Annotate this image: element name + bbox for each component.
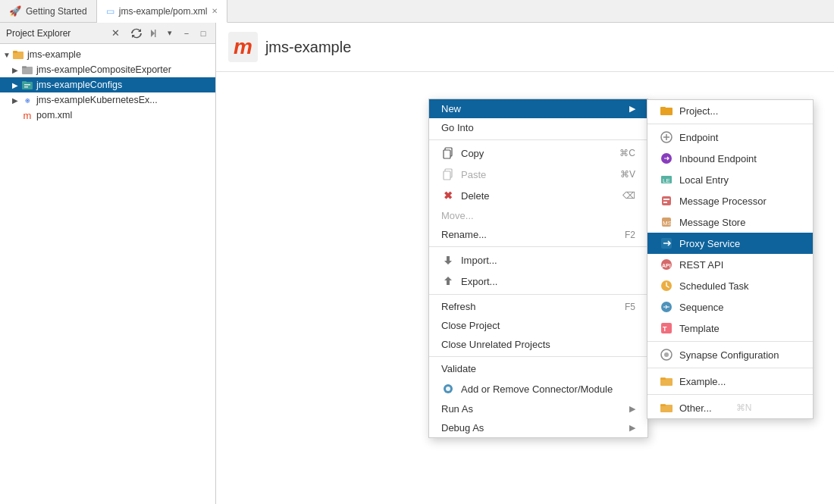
svg-rect-34 <box>660 404 666 406</box>
tree-arrow: ▶ <box>12 66 21 74</box>
submenu-item-msgstore[interactable]: MS Message Store <box>647 211 813 233</box>
msgstore-icon: MS <box>660 215 673 229</box>
svg-rect-8 <box>24 86 28 88</box>
tab-getting-started[interactable]: 🚀 Getting Started <box>0 0 97 22</box>
project-icon <box>12 49 24 61</box>
configs-icon <box>21 79 33 91</box>
sync-icon[interactable] <box>130 27 143 39</box>
svg-text:MS: MS <box>663 220 672 227</box>
project-explorer-panel: Project Explorer ✕ ▾ − □ ▼ <box>0 23 216 504</box>
menu-item-run-as[interactable]: Run As ▶ <box>429 399 647 418</box>
svg-point-26 <box>661 302 672 312</box>
submenu-item-template[interactable]: T Template <box>647 318 813 339</box>
submenu-item-proxy[interactable]: Proxy Service <box>647 233 813 254</box>
minimize-icon[interactable]: − <box>180 27 193 39</box>
sep <box>647 341 813 342</box>
sep <box>647 124 813 124</box>
submenu-item-project[interactable]: Project... <box>647 100 813 121</box>
project-tree: ▼ jms-example ▶ jms-ex <box>0 44 215 504</box>
submenu-item-sequence[interactable]: Sequence <box>647 296 813 318</box>
svg-rect-18 <box>663 199 669 200</box>
delete-shortcut: ⌫ <box>622 190 635 201</box>
move-label: Move... <box>441 210 635 221</box>
add-connector-label: Add or Remove Connector/Module <box>461 383 635 395</box>
copy-icon <box>441 146 455 160</box>
rest-icon: API <box>660 258 673 271</box>
pom-icon: m <box>21 109 33 121</box>
menu-item-add-connector[interactable]: Add or Remove Connector/Module <box>429 378 647 399</box>
svg-rect-0 <box>155 30 156 37</box>
panel-header: Project Explorer ✕ ▾ − □ <box>0 23 215 44</box>
tree-item-composite[interactable]: ▶ jms-exampleCompositeExporter <box>0 62 215 77</box>
submenu-label-local: Local Entry <box>679 174 729 186</box>
chevron-down-icon[interactable]: ▾ <box>164 27 176 39</box>
submenu-item-inbound[interactable]: Inbound Endpoint <box>647 148 813 169</box>
menu-item-refresh[interactable]: Refresh F5 <box>429 297 647 316</box>
menu-item-go-into[interactable]: Go Into <box>429 118 647 137</box>
submenu-item-rest[interactable]: API REST API <box>647 254 813 275</box>
tree-label-configs: jms-exampleConfigs <box>36 80 122 90</box>
menu-item-move[interactable]: Move... <box>429 206 647 225</box>
svg-rect-19 <box>663 202 667 203</box>
tree-item-pom[interactable]: m pom.xml <box>0 108 215 123</box>
submenu-item-example[interactable]: Example... <box>647 371 813 392</box>
synapse-icon <box>660 348 673 362</box>
right-area: m jms-example New ▶ <box>216 23 834 504</box>
inbound-icon <box>660 152 673 165</box>
menu-item-new[interactable]: New ▶ Project... <box>429 99 647 118</box>
submenu-item-local[interactable]: LE Local Entry <box>647 169 813 190</box>
menu-item-rename[interactable]: Rename... F2 <box>429 225 647 244</box>
close-icon[interactable]: ✕ <box>109 27 121 39</box>
tree-item-configs[interactable]: ▶ jms-exampleConfigs <box>0 77 215 92</box>
submenu-item-scheduled[interactable]: Scheduled Task <box>647 275 813 296</box>
tab-pom-xml[interactable]: ▭ jms-example/pom.xml ✕ <box>97 0 228 23</box>
submenu-label-sequence: Sequence <box>679 302 724 313</box>
menu-item-copy[interactable]: Copy ⌘C <box>429 142 647 164</box>
composite-icon <box>21 64 33 76</box>
menu-item-close-project[interactable]: Close Project <box>429 316 647 335</box>
main-area: Project Explorer ✕ ▾ − □ ▼ <box>0 23 834 504</box>
menu-item-close-unrelated[interactable]: Close Unrelated Projects <box>429 335 647 354</box>
menu-item-paste[interactable]: Paste ⌘V <box>429 164 647 185</box>
scheduled-icon <box>660 279 673 293</box>
content-icon: m <box>228 32 258 62</box>
other-shortcut: ⌘N <box>736 402 752 413</box>
content-header: m jms-example <box>216 23 834 72</box>
submenu-label-rest: REST API <box>679 259 723 271</box>
submenu-label-inbound: Inbound Endpoint <box>679 153 757 164</box>
menu-item-debug-as[interactable]: Debug As ▶ <box>429 418 647 437</box>
tree-label-root: jms-example <box>27 49 81 60</box>
svg-rect-32 <box>660 377 666 380</box>
import-icon <box>441 253 455 267</box>
forward-icon[interactable] <box>147 27 159 39</box>
context-menu: New ▶ Project... <box>428 99 648 438</box>
tab-close-button[interactable]: ✕ <box>212 7 218 15</box>
import-label: Import... <box>461 255 635 266</box>
menu-item-validate[interactable]: Validate <box>429 359 647 378</box>
menu-item-import[interactable]: Import... <box>429 249 647 271</box>
tree-label-kubernetes: jms-exampleKubernetesEx... <box>36 95 158 105</box>
menu-item-delete[interactable]: ✖ Delete ⌫ <box>429 185 647 206</box>
copy-label: Copy <box>461 148 595 159</box>
maximize-icon[interactable]: □ <box>197 27 209 39</box>
submenu-label-template: Template <box>679 323 720 334</box>
tree-item-root[interactable]: ▼ jms-example <box>0 47 215 62</box>
submenu-item-other[interactable]: Other... ⌘N <box>647 397 813 418</box>
tree-item-kubernetes[interactable]: ▶ ⎈ jms-exampleKubernetesEx... <box>0 92 215 108</box>
sep <box>647 368 813 368</box>
svg-rect-2 <box>13 51 17 53</box>
refresh-shortcut: F5 <box>625 302 635 312</box>
tab-getting-started-label: Getting Started <box>26 6 87 17</box>
submenu-item-synapse[interactable]: Synapse Configuration <box>647 344 813 365</box>
sep <box>647 394 813 395</box>
tab-pom-xml-label: jms-example/pom.xml <box>119 6 208 17</box>
submenu-item-msgproc[interactable]: Message Processor <box>647 190 813 211</box>
tree-label-composite: jms-exampleCompositeExporter <box>36 64 171 75</box>
tree-arrow: ▶ <box>12 96 21 105</box>
menu-item-export[interactable]: Export... <box>429 271 647 292</box>
svg-rect-6 <box>22 81 27 83</box>
submenu-item-endpoint[interactable]: Endpoint <box>647 127 813 148</box>
export-icon <box>441 274 455 288</box>
sep2 <box>429 246 647 247</box>
copy-shortcut: ⌘C <box>619 148 635 158</box>
